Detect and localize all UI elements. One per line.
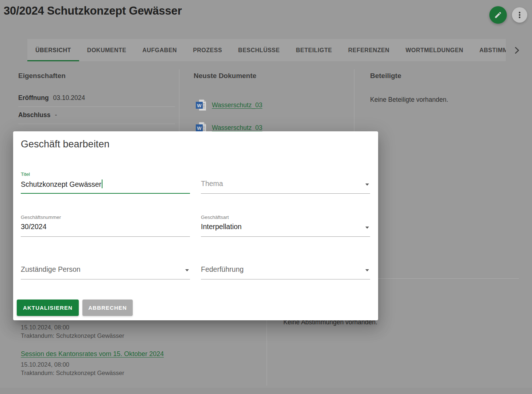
geschaeftsnummer-input[interactable]: Geschäftsnummer 30/2024 [21,213,190,237]
geschaeftsnummer-label: Geschäftsnummer [21,215,61,220]
chevron-down-icon [365,269,369,271]
tab-scroll-right-button[interactable] [510,44,523,57]
chevron-right-icon [512,46,521,55]
session-traktandum: Traktandum: Schutzkonzept Gewässer [21,370,124,376]
geschaeftsart-value: Interpellation [201,223,242,231]
page-footer-strip [0,388,532,394]
section-heading-eigenschaften: Eigenschaften [18,72,66,80]
property-label: Abschluss [18,111,51,119]
document-link[interactable]: Wasserschutz_03 [212,101,262,109]
input-underline [21,279,190,279]
pencil-icon [494,11,502,19]
edit-button[interactable] [489,6,507,24]
zustaendige-person-placeholder: Zuständige Person [21,265,81,274]
tab-referenzen[interactable]: REFERENZEN [340,39,397,61]
session-datetime: 15.10.2024, 08:00 [21,324,69,331]
word-file-icon: W [196,99,207,111]
input-underline [201,236,370,237]
more-menu-button[interactable] [512,7,527,23]
input-underline [21,193,190,194]
abbrechen-button[interactable]: ABBRECHEN [82,300,133,316]
titel-input[interactable]: Titel Schutzkonzept Gewässer [21,170,190,194]
property-row: Abschluss - [18,107,175,124]
tab-beschluesse[interactable]: BESCHLÜSSE [230,39,288,61]
tab-dokumente[interactable]: DOKUMENTE [79,39,135,61]
geschaeftsart-select[interactable]: Geschäftsart Interpellation [201,213,370,237]
tab-abstimmungen[interactable]: ABSTIMMUNGEN [471,39,506,61]
input-underline [21,236,190,237]
session-link[interactable]: Session des Kantonsrates vom 15. Oktober… [21,350,164,358]
input-underline [201,279,370,279]
document-link[interactable]: Wasserschutz_03 [212,124,262,132]
geschaeftsart-label: Geschäftsart [201,215,229,220]
property-value: - [55,111,57,119]
titel-value: Schutzkonzept Gewässer [21,179,102,189]
dialog-title: Geschäft bearbeiten [21,139,109,150]
tab-wortmeldungen[interactable]: WORTMELDUNGEN [397,39,471,61]
kebab-menu-icon [515,11,524,19]
app-root: 30/2024 Schutzkonzept Gewässer ÜBERSICHT… [0,0,532,394]
zustaendige-person-select[interactable]: Zuständige Person [21,256,190,280]
beteiligte-empty-text: Keine Beteiligte vorhanden. [370,96,448,104]
tab-beteiligte[interactable]: BETEILIGTE [288,39,340,61]
text-caret [102,179,102,188]
geschaeftsnummer-value: 30/2024 [21,223,47,231]
tab-uebersicht[interactable]: ÜBERSICHT [27,39,79,61]
chevron-down-icon [365,227,369,229]
aktualisieren-button[interactable]: AKTUALISIEREN [17,300,79,316]
thema-placeholder: Thema [201,179,223,188]
section-heading-neuste-dokumente: Neuste Dokumente [194,72,256,80]
svg-text:W: W [197,103,202,108]
session-datetime: 15.10.2024, 08:00 [21,361,69,368]
page-title: 30/2024 Schutzkonzept Gewässer [4,4,182,18]
federfuehrung-placeholder: Federführung [201,265,244,274]
input-underline [201,193,370,194]
thema-select[interactable]: Thema [201,170,370,194]
tab-prozess[interactable]: PROZESS [185,39,230,61]
section-heading-beteiligte: Beteiligte [370,72,401,80]
federfuehrung-select[interactable]: Federführung [201,256,370,280]
session-traktandum: Traktandum: Schutzkonzept Gewässer [21,332,124,339]
titel-label: Titel [21,171,30,177]
chevron-down-icon [185,269,189,271]
property-label: Eröffnung [18,94,49,102]
column-divider [179,69,179,131]
edit-geschaeft-dialog: Geschäft bearbeiten Titel Schutzkonzept … [13,131,378,320]
chevron-down-icon [365,184,369,186]
property-value: 03.10.2024 [53,94,85,102]
document-row: W Wasserschutz_03 [196,99,262,111]
svg-text:W: W [197,125,202,131]
session-item: Session des Kantonsrates vom 15. Oktober… [21,350,164,358]
tab-bar: ÜBERSICHT DOKUMENTE AUFGABEN PROZESS BES… [27,39,506,61]
tab-aufgaben[interactable]: AUFGABEN [134,39,185,61]
property-row: Eröffnung 03.10.2024 [18,89,175,107]
